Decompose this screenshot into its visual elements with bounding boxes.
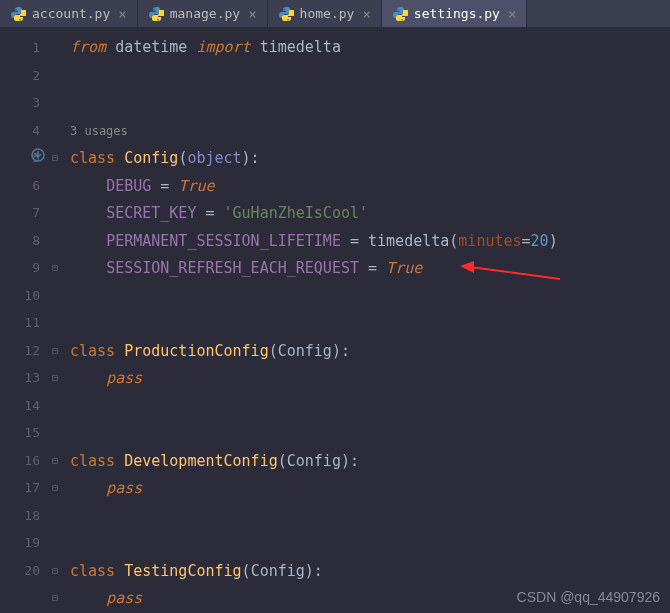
line-number: 6	[0, 172, 40, 200]
val-true: True	[178, 177, 214, 195]
kw-pass: pass	[106, 589, 142, 607]
line-number: 15	[0, 419, 40, 447]
field-permanent-session-lifetime: PERMANENT_SESSION_LIFETIME	[106, 232, 341, 250]
tab-account[interactable]: account.py ×	[0, 0, 138, 27]
fold-minus-icon[interactable]: ⊟	[48, 447, 62, 475]
line-number: 18	[0, 502, 40, 530]
class-productionconfig: ProductionConfig	[124, 342, 269, 360]
line-number: 3	[0, 89, 40, 117]
str-secret: 'GuHanZheIsCool'	[224, 204, 369, 222]
line-number: 7	[0, 199, 40, 227]
editor-tabs: account.py × manage.py × home.py × setti…	[0, 0, 670, 28]
kw-class: class	[70, 342, 115, 360]
name-timedelta: timedelta	[260, 38, 341, 56]
close-icon[interactable]: ×	[248, 6, 256, 22]
param-minutes: minutes	[458, 232, 521, 250]
close-icon[interactable]: ×	[118, 6, 126, 22]
tab-settings[interactable]: settings.py ×	[382, 0, 528, 27]
python-file-icon	[392, 6, 408, 22]
kw-from: from	[70, 38, 106, 56]
line-number: 4	[0, 117, 40, 145]
python-file-icon	[148, 6, 164, 22]
fold-gutter: ⊟ ⊟ ⊟ ⊟ ⊟ ⊟ ⊟ ⊟	[48, 28, 62, 613]
python-file-icon	[278, 6, 294, 22]
fold-minus-icon[interactable]: ⊟	[48, 337, 62, 365]
kw-pass: pass	[106, 479, 142, 497]
val-true: True	[386, 259, 422, 277]
kw-class: class	[70, 562, 115, 580]
tab-manage[interactable]: manage.py ×	[138, 0, 268, 27]
call-timedelta: timedelta	[368, 232, 449, 250]
line-number: 8	[0, 227, 40, 255]
usages-hint[interactable]: 3 usages	[70, 124, 128, 138]
base-config: Config	[251, 562, 305, 580]
line-number: 11	[0, 309, 40, 337]
watermark: CSDN @qq_44907926	[517, 589, 660, 605]
line-number: 2	[0, 62, 40, 90]
tab-label: home.py	[300, 6, 355, 21]
close-icon[interactable]: ×	[508, 6, 516, 22]
fold-end-icon[interactable]: ⊟	[48, 584, 62, 612]
base-config: Config	[278, 342, 332, 360]
base-config: Config	[287, 452, 341, 470]
line-number: 9	[0, 254, 40, 282]
close-icon[interactable]: ×	[362, 6, 370, 22]
kw-import: import	[196, 38, 250, 56]
tab-label: settings.py	[414, 6, 500, 21]
tab-home[interactable]: home.py ×	[268, 0, 382, 27]
builtin-object: object	[187, 149, 241, 167]
kw-class: class	[70, 452, 115, 470]
line-number: 10	[0, 282, 40, 310]
line-number: 1	[0, 34, 40, 62]
fold-minus-icon[interactable]: ⊟	[48, 557, 62, 585]
tab-label: account.py	[32, 6, 110, 21]
class-config: Config	[124, 149, 178, 167]
editor-body: 1 2 3 4 5 6 7 8 9 10 11 12 13 14 15 16 1…	[0, 28, 670, 613]
code-area[interactable]: from datetime import timedelta 3 usages …	[62, 28, 670, 613]
line-number: 14	[0, 392, 40, 420]
line-number: 17	[0, 474, 40, 502]
class-testingconfig: TestingConfig	[124, 562, 241, 580]
fold-end-icon[interactable]: ⊟	[48, 474, 62, 502]
line-number: 12	[0, 337, 40, 365]
mod-datetime: datetime	[115, 38, 187, 56]
field-session-refresh: SESSION_REFRESH_EACH_REQUEST	[106, 259, 359, 277]
line-number: 13	[0, 364, 40, 392]
line-number: 19	[0, 529, 40, 557]
python-file-icon	[10, 6, 26, 22]
fold-minus-icon[interactable]: ⊟	[48, 144, 62, 172]
line-number: 16	[0, 447, 40, 475]
fold-end-icon[interactable]: ⊟	[48, 254, 62, 282]
class-developmentconfig: DevelopmentConfig	[124, 452, 278, 470]
line-number: 20	[0, 557, 40, 585]
line-gutter: 1 2 3 4 5 6 7 8 9 10 11 12 13 14 15 16 1…	[0, 28, 48, 613]
kw-pass: pass	[106, 369, 142, 387]
tab-label: manage.py	[170, 6, 240, 21]
field-secret-key: SECRET_KEY	[106, 204, 196, 222]
num-20: 20	[531, 232, 549, 250]
override-gutter-icon[interactable]	[30, 145, 46, 161]
field-debug: DEBUG	[106, 177, 151, 195]
kw-class: class	[70, 149, 115, 167]
fold-end-icon[interactable]: ⊟	[48, 364, 62, 392]
